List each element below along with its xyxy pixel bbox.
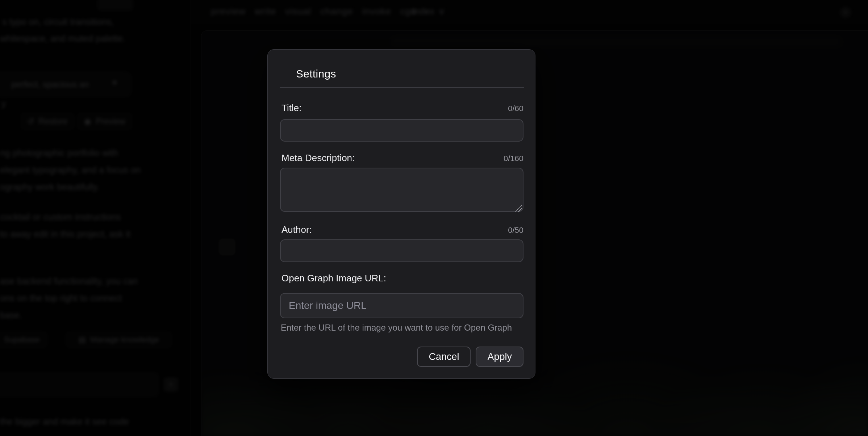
meta-description-counter: 0/160 <box>504 154 523 163</box>
title-input[interactable] <box>280 119 523 142</box>
meta-description-field-header: Meta Description: 0/160 <box>281 152 523 164</box>
app-screen: preview write visual change invoke cgo -… <box>0 0 868 436</box>
meta-description-textarea[interactable] <box>280 168 523 212</box>
author-input[interactable] <box>280 239 523 262</box>
author-field-header: Author: 0/50 <box>281 224 523 235</box>
cancel-button[interactable]: Cancel <box>417 347 471 367</box>
title-label: Title: <box>281 102 301 114</box>
og-image-url-input[interactable] <box>280 293 523 318</box>
og-image-url-label: Open Graph Image URL: <box>281 273 386 284</box>
modal-title: Settings <box>296 68 336 80</box>
og-image-helper-text: Enter the URL of the image you want to u… <box>281 323 512 333</box>
modal-divider <box>280 87 524 88</box>
title-counter: 0/60 <box>508 104 523 113</box>
author-counter: 0/50 <box>508 226 523 235</box>
og-image-field-header: Open Graph Image URL: <box>281 273 523 284</box>
apply-button[interactable]: Apply <box>476 347 523 367</box>
meta-description-label: Meta Description: <box>281 152 355 164</box>
title-field-header: Title: 0/60 <box>281 102 523 114</box>
author-label: Author: <box>281 224 312 235</box>
modal-buttons: Cancel Apply <box>417 347 523 367</box>
settings-modal: Settings Title: 0/60 Meta Description: 0… <box>267 49 535 379</box>
